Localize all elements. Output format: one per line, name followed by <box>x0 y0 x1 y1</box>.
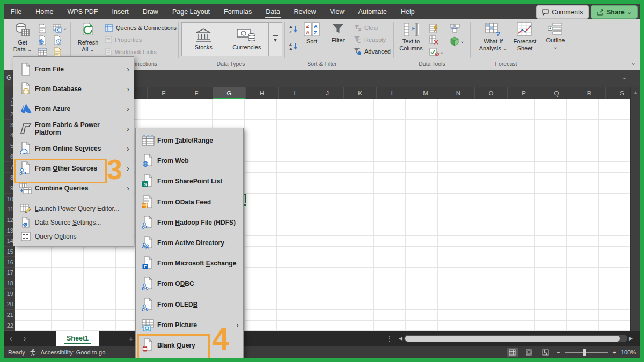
vertical-scrollbar[interactable]: ▲ <box>630 87 641 331</box>
menu-item-from-table-range[interactable]: From Table/Range <box>136 130 243 151</box>
scroll-up-icon[interactable]: ▲ <box>634 90 638 331</box>
column-header[interactable]: O <box>474 87 507 99</box>
name-box[interactable]: G <box>6 74 11 82</box>
column-header[interactable]: P <box>507 87 540 99</box>
row-header[interactable]: 21 <box>4 310 15 321</box>
queries-connections-button[interactable]: Queries & Connections <box>105 24 177 32</box>
menu-tab[interactable]: Automate <box>351 4 394 19</box>
row-header[interactable]: 18 <box>4 278 15 289</box>
menu-tab[interactable]: WPS PDF <box>61 4 105 19</box>
chevron-down-icon[interactable]: ⌄ <box>440 49 444 55</box>
menu-item-from-other-sources[interactable]: From Other Sources › <box>13 158 134 178</box>
menu-item-from-online-services[interactable]: From Online Services › <box>13 138 134 158</box>
menu-tab[interactable]: Review <box>287 4 323 19</box>
menu-tab[interactable]: Page Layout <box>165 4 217 19</box>
sheet-tab[interactable]: Sheet1 <box>56 331 99 346</box>
from-text-csv-button[interactable] <box>36 23 49 34</box>
menu-item-combine-queries[interactable]: Combine Queries › <box>13 178 134 198</box>
menu-item-from-hadoop-file[interactable]: From Hadoop File (HDFS) <box>136 212 243 233</box>
data-types-more-button[interactable]: ▾ <box>268 23 282 56</box>
sort-button[interactable]: Z A A Z Sort <box>301 22 323 45</box>
menu-item-query-options[interactable]: Query Options <box>13 230 134 243</box>
text-to-columns-button[interactable]: Text to Columns <box>397 22 425 51</box>
row-header[interactable]: 22 <box>4 320 15 331</box>
accessibility-status[interactable]: Accessibility: Good to go <box>41 349 105 356</box>
column-header[interactable]: J <box>311 87 343 99</box>
properties-button[interactable]: Properties <box>105 36 142 43</box>
zoom-slider[interactable] <box>565 352 608 353</box>
data-model-button[interactable] <box>448 35 461 47</box>
scroll-right-icon[interactable]: ▶ <box>629 336 633 341</box>
row-header[interactable]: 19 <box>4 289 15 299</box>
menu-tab[interactable]: Help <box>394 4 422 19</box>
menu-item-from-odata-feed[interactable]: From OData Feed <box>136 192 243 212</box>
row-header[interactable]: 15 <box>4 247 15 257</box>
menu-item-launch-power-query-editor[interactable]: Launch Power Query Editor... <box>13 202 134 216</box>
page-layout-view-button[interactable] <box>523 348 535 357</box>
column-header[interactable]: G <box>213 87 245 99</box>
menu-item-from-file[interactable]: From File › <box>13 59 134 79</box>
scrollbar-thumb[interactable] <box>405 336 620 342</box>
forecast-sheet-button[interactable]: Forecast Sheet <box>511 22 539 51</box>
from-web-button[interactable] <box>36 34 49 46</box>
normal-view-button[interactable] <box>507 348 518 357</box>
menu-item-blank-query[interactable]: Blank Query <box>136 335 243 356</box>
menu-tab[interactable]: View <box>323 4 352 19</box>
menu-item-from-database[interactable]: From Database › <box>13 79 134 99</box>
more-options-icon[interactable]: ⋮ <box>386 335 393 343</box>
reapply-filter-button[interactable]: Reapply <box>354 36 386 43</box>
menu-item-from-oledb[interactable]: From OLEDB <box>136 294 243 315</box>
filter-button[interactable]: Filter <box>327 22 349 44</box>
menu-tab[interactable]: File <box>4 4 28 19</box>
scrollbar-track[interactable] <box>404 335 627 342</box>
page-break-preview-button[interactable] <box>540 348 552 357</box>
column-header[interactable]: R <box>573 87 605 99</box>
collapse-ribbon-icon[interactable]: ⌄ <box>631 59 636 67</box>
recent-sources-button[interactable] <box>51 34 64 46</box>
scroll-left-icon[interactable]: ◀ <box>399 336 402 341</box>
remove-duplicates-button[interactable] <box>428 34 441 46</box>
zoom-out-button[interactable]: − <box>557 349 560 356</box>
menu-item-from-microsoft-exchange[interactable]: E From Microsoft Exchange <box>136 253 243 274</box>
from-table-range-button[interactable] <box>36 46 49 57</box>
column-header[interactable]: L <box>376 87 409 99</box>
stocks-button[interactable]: Stocks <box>182 23 225 56</box>
menu-tab[interactable]: Formulas <box>217 4 259 19</box>
consolidate-button[interactable] <box>448 23 461 34</box>
comments-button[interactable]: Comments <box>536 5 589 19</box>
zoom-level[interactable]: 100% <box>621 349 636 356</box>
column-header[interactable]: N <box>442 87 474 99</box>
existing-connections-button[interactable] <box>51 46 64 57</box>
sort-za-button[interactable]: ZA <box>287 41 300 52</box>
menu-tab[interactable]: Draw <box>136 4 165 19</box>
currencies-button[interactable]: Currencies <box>225 23 269 56</box>
column-header[interactable]: M <box>409 87 442 99</box>
get-data-button[interactable]: Get Data ⌄ <box>10 22 35 53</box>
column-header[interactable]: I <box>278 87 311 99</box>
formula-bar-expand-icon[interactable]: ⌄ <box>621 73 627 81</box>
menu-item-from-active-directory[interactable]: From Active Directory <box>136 233 243 253</box>
menu-tab[interactable]: Data <box>259 4 287 19</box>
from-picture-button[interactable] <box>51 23 64 34</box>
menu-item-from-web[interactable]: From Web <box>136 151 243 171</box>
refresh-all-button[interactable]: Refresh All ⌄ <box>75 22 101 53</box>
outline-button[interactable]: Outline ⌄ <box>543 22 568 50</box>
row-header[interactable]: 17 <box>4 268 15 278</box>
menu-tab[interactable]: Home <box>28 4 60 19</box>
menu-tab[interactable]: Insert <box>105 4 135 19</box>
column-header[interactable]: E <box>147 87 180 99</box>
menu-item-from-picture[interactable]: From Picture › <box>136 315 243 335</box>
chevron-down-icon[interactable]: ⌄ <box>63 25 67 31</box>
sort-az-button[interactable]: AZ <box>287 24 300 35</box>
chevron-down-icon[interactable]: ⌄ <box>460 38 464 44</box>
menu-item-from-azure[interactable]: From Azure › <box>13 99 134 119</box>
horizontal-scrollbar[interactable]: ◀ ▶ <box>399 334 633 343</box>
add-sheet-button[interactable]: + <box>129 334 134 343</box>
column-header[interactable]: K <box>343 87 376 99</box>
workbook-links-button[interactable]: Workbook Links <box>105 48 157 56</box>
sheet-nav-left-icon[interactable]: ‹ <box>4 334 18 343</box>
share-button[interactable]: Share ⌄ <box>591 5 638 19</box>
row-header[interactable]: 20 <box>4 299 15 310</box>
advanced-filter-button[interactable]: Advanced <box>354 48 391 55</box>
row-header[interactable]: 16 <box>4 257 15 268</box>
